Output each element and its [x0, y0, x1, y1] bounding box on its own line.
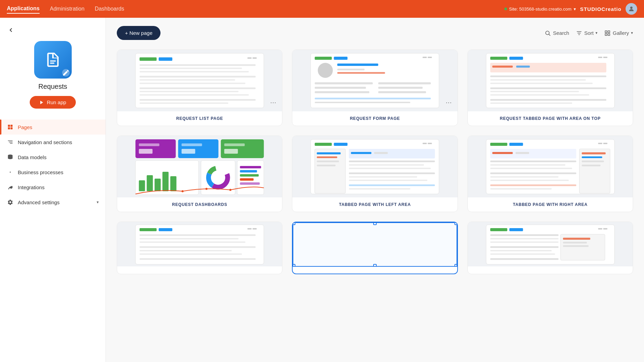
sort-button[interactable]: Sort ▾ — [576, 30, 598, 36]
site-url: Site: 503568-studio.creatio.com — [509, 6, 572, 12]
svg-rect-15 — [605, 31, 607, 32]
page-card-bottom3[interactable] — [467, 222, 633, 274]
svg-rect-34 — [140, 99, 256, 101]
svg-rect-137 — [490, 180, 569, 181]
svg-rect-38 — [315, 57, 332, 60]
svg-rect-18 — [608, 33, 610, 35]
svg-rect-16 — [608, 31, 610, 32]
card-label-tabbed-top: REQUEST TABBED PAGE WITH AREA ON TOP — [468, 111, 633, 126]
nav-applications[interactable]: Applications — [7, 4, 40, 14]
svg-rect-70 — [490, 102, 572, 104]
svg-rect-170 — [563, 245, 588, 247]
page-card-bottom2[interactable] — [292, 222, 458, 274]
svg-rect-17 — [605, 33, 607, 35]
svg-rect-171 — [490, 246, 558, 248]
svg-rect-114 — [374, 152, 388, 154]
svg-rect-63 — [490, 75, 606, 77]
svg-rect-73 — [178, 139, 219, 158]
studio-brand: STUDIOCreatio — [580, 6, 621, 12]
page-card-dashboard[interactable]: REQUEST DASHBOARDS — [117, 136, 282, 212]
svg-rect-153 — [140, 241, 246, 243]
page-card-form[interactable]: ⋯ REQUEST FORM PAGE — [292, 50, 458, 126]
header-right-controls: Search Sort ▾ Gallery ▾ — [545, 30, 633, 36]
svg-rect-120 — [349, 180, 428, 181]
search-button[interactable]: Search — [545, 30, 569, 36]
svg-rect-51 — [378, 91, 426, 93]
svg-point-98 — [182, 190, 184, 192]
card-menu-button-list[interactable]: ⋯ — [268, 98, 278, 107]
page-card-list[interactable]: ⋯ REQUEST LIST PAGE — [117, 50, 282, 126]
svg-rect-4 — [8, 125, 10, 127]
page-card-tabbed-right[interactable]: TABBED PAGE WITH RIGHT AREA — [467, 136, 633, 212]
svg-rect-24 — [253, 57, 257, 59]
data-models-icon — [7, 154, 14, 161]
svg-rect-76 — [139, 149, 153, 154]
advanced-chevron-icon: ▾ — [97, 200, 99, 205]
page-card-bottom1[interactable] — [117, 222, 282, 274]
svg-rect-151 — [140, 234, 256, 236]
svg-rect-156 — [140, 253, 242, 255]
card-label-tabbed-left: TABBED PAGE WITH LEFT AREA — [292, 197, 457, 212]
back-button[interactable] — [5, 25, 16, 36]
svg-rect-109 — [317, 156, 337, 158]
sidebar-bp-label: Business processes — [18, 169, 63, 175]
sidebar-item-pages[interactable]: Pages — [0, 120, 106, 135]
svg-rect-41 — [428, 57, 432, 58]
svg-rect-32 — [140, 91, 239, 92]
gallery-chevron-icon: ▾ — [631, 31, 633, 35]
navigation-icon — [7, 139, 14, 145]
card-menu-button-form[interactable]: ⋯ — [444, 98, 453, 107]
selection-handle-tl — [293, 222, 295, 225]
edit-icon-button[interactable] — [62, 69, 70, 76]
pages-grid: ⋯ REQUEST LIST PAGE — [117, 50, 633, 274]
svg-point-91 — [213, 173, 223, 182]
svg-rect-147 — [140, 228, 157, 231]
svg-rect-135 — [490, 172, 576, 174]
gallery-button[interactable]: Gallery ▾ — [604, 30, 633, 36]
svg-point-10 — [546, 31, 549, 35]
svg-point-0 — [630, 6, 633, 9]
svg-rect-74 — [221, 139, 264, 158]
nav-administration[interactable]: Administration — [50, 4, 84, 13]
sidebar-item-advanced[interactable]: Advanced settings ▾ — [0, 195, 106, 210]
sidebar-item-business-processes[interactable]: Business processes — [0, 165, 106, 180]
svg-rect-173 — [490, 253, 555, 255]
svg-rect-33 — [140, 94, 249, 96]
sidebar-item-data-models[interactable]: Data models — [0, 150, 106, 165]
sidebar-nav-label: Navigation and sections — [18, 139, 72, 145]
new-page-button[interactable]: + New page — [117, 26, 160, 40]
sidebar-item-navigation[interactable]: Navigation and sections — [0, 135, 106, 150]
svg-rect-48 — [315, 91, 369, 93]
svg-point-42 — [318, 63, 333, 78]
card-label-bottom1 — [117, 266, 282, 273]
sidebar-item-integrations[interactable]: Integrations — [0, 180, 106, 195]
page-card-tabbed-top[interactable]: REQUEST TABBED PAGE WITH AREA ON TOP — [467, 50, 633, 126]
svg-rect-30 — [140, 83, 246, 84]
svg-rect-103 — [315, 143, 332, 146]
nav-right-section: Site: 503568-studio.creatio.com ▾ STUDIO… — [504, 3, 637, 15]
svg-rect-160 — [490, 228, 507, 231]
svg-rect-122 — [349, 188, 410, 190]
advanced-settings-icon — [7, 199, 14, 206]
svg-rect-2 — [50, 62, 54, 64]
selection-handle-bm — [373, 264, 377, 267]
selection-handle-tr — [454, 222, 457, 225]
content-header: + New page Search Sort ▾ Gallery ▾ — [117, 26, 633, 40]
run-app-button[interactable]: Run app — [30, 96, 76, 109]
site-dropdown-arrow[interactable]: ▾ — [574, 6, 576, 12]
nav-dashboards[interactable]: Dashboards — [95, 4, 124, 13]
svg-point-100 — [229, 189, 232, 191]
svg-rect-140 — [579, 149, 610, 193]
svg-marker-3 — [40, 100, 43, 104]
site-badge: Site: 503568-studio.creatio.com ▾ — [504, 6, 576, 12]
integrations-icon — [7, 184, 14, 191]
svg-rect-37 — [311, 53, 439, 108]
user-avatar[interactable] — [626, 3, 637, 15]
svg-rect-125 — [490, 143, 507, 146]
svg-rect-86 — [170, 176, 177, 191]
svg-rect-96 — [240, 178, 254, 181]
svg-line-11 — [549, 34, 550, 36]
svg-rect-66 — [490, 87, 606, 89]
page-card-tabbed-left[interactable]: TABBED PAGE WITH LEFT AREA — [292, 136, 458, 212]
svg-rect-131 — [515, 152, 529, 154]
